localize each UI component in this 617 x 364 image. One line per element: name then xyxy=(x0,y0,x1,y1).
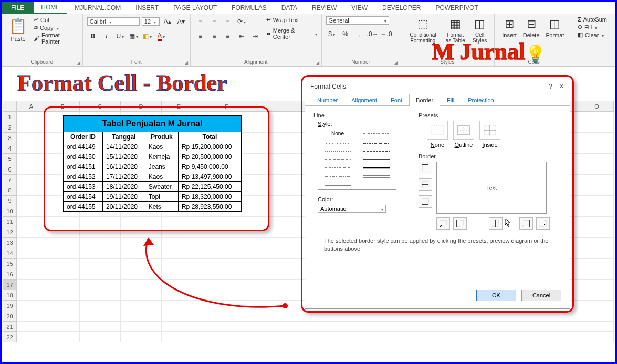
paste-button[interactable]: 📋 Paste xyxy=(6,16,30,43)
preset-inside[interactable]: Inside xyxy=(479,121,500,148)
border-right-button[interactable] xyxy=(519,217,533,230)
number-launcher[interactable]: ◢ xyxy=(394,60,398,65)
align-left-icon[interactable]: ≡ xyxy=(195,31,206,41)
row-header[interactable]: 15 xyxy=(3,259,17,269)
border-button[interactable]: ▦ xyxy=(128,31,140,41)
decrease-font-icon[interactable]: A▾ xyxy=(175,16,187,27)
preset-none[interactable]: None xyxy=(427,121,448,148)
merge-center-button[interactable]: ⬌Merge & Center xyxy=(266,27,317,40)
underline-button[interactable]: U xyxy=(114,31,126,41)
col-header[interactable]: O xyxy=(580,101,614,111)
line-style-list[interactable]: None xyxy=(318,127,396,190)
fill-button[interactable]: ⊕ Fill xyxy=(578,24,597,30)
close-icon[interactable]: ✕ xyxy=(559,82,564,90)
row-header[interactable]: 21 xyxy=(3,322,17,332)
delete-cells-button[interactable]: ⊟Delete xyxy=(520,16,543,39)
cell-styles-button[interactable]: ◫Cell Styles xyxy=(469,16,490,45)
bold-button[interactable]: B xyxy=(87,31,99,41)
row-header[interactable]: 11 xyxy=(3,217,17,227)
dialog-tab-font[interactable]: Font xyxy=(384,94,409,106)
border-top-button[interactable] xyxy=(419,162,432,174)
dialog-tab-fill[interactable]: Fill xyxy=(440,94,461,106)
tab-insert[interactable]: INSERT xyxy=(128,2,166,14)
tab-formulas[interactable]: FORMULAS xyxy=(224,2,274,14)
comma-format-icon[interactable]: , xyxy=(353,29,365,39)
indent-increase-icon[interactable]: ⇥ xyxy=(249,31,261,41)
border-bottom-button[interactable] xyxy=(419,195,432,208)
row-header[interactable]: 2 xyxy=(3,122,17,133)
tab-developer[interactable]: DEVELOPER xyxy=(375,2,428,14)
font-launcher[interactable]: ◢ xyxy=(185,60,188,65)
row-header[interactable]: 16 xyxy=(3,269,17,280)
dialog-tab-number[interactable]: Number xyxy=(310,94,344,106)
row-header[interactable]: 13 xyxy=(3,238,17,248)
row-header[interactable]: 10 xyxy=(3,206,17,217)
row-header[interactable]: 8 xyxy=(3,185,17,196)
tab-view[interactable]: VIEW xyxy=(344,2,375,14)
increase-decimal-icon[interactable]: .0→ xyxy=(367,29,379,39)
help-icon[interactable]: ? xyxy=(549,82,552,90)
format-as-table-button[interactable]: ▦Format as Table xyxy=(442,16,469,45)
border-diag-up-button[interactable] xyxy=(436,217,450,230)
row-header[interactable]: 4 xyxy=(3,143,17,154)
align-right-icon[interactable]: ≡ xyxy=(222,31,234,41)
preset-outline[interactable]: Outline xyxy=(453,121,474,148)
percent-format-icon[interactable]: % xyxy=(340,29,351,39)
row-header[interactable]: 1 xyxy=(3,112,17,122)
tab-file[interactable]: FILE xyxy=(2,2,34,14)
row-header[interactable]: 18 xyxy=(3,290,17,301)
row-header[interactable]: 22 xyxy=(3,332,17,342)
fill-color-button[interactable]: ◧ xyxy=(142,31,153,41)
dialog-tab-alignment[interactable]: Alignment xyxy=(344,94,384,106)
wrap-text-button[interactable]: ↩Wrap Text xyxy=(266,16,317,23)
border-preview[interactable]: Text xyxy=(436,162,547,214)
tab-pagelayout[interactable]: PAGE LAYOUT xyxy=(166,2,224,14)
tab-powerpivot[interactable]: POWERPIVOT xyxy=(428,2,485,14)
decrease-decimal-icon[interactable]: ←.0 xyxy=(381,29,392,39)
font-size-select[interactable]: 12 xyxy=(142,17,160,26)
cancel-button[interactable]: Cancel xyxy=(521,290,561,301)
indent-decrease-icon[interactable]: ⇤ xyxy=(236,31,247,41)
align-top-icon[interactable]: ≡ xyxy=(195,16,206,27)
col-header[interactable]: A xyxy=(17,101,46,111)
increase-font-icon[interactable]: A▴ xyxy=(162,16,173,27)
conditional-formatting-button[interactable]: ⬚Conditional Formatting xyxy=(404,16,441,45)
border-color-select[interactable]: Automatic xyxy=(318,205,386,213)
copy-button[interactable]: ⧉Copy xyxy=(34,24,78,31)
border-left-button[interactable] xyxy=(453,217,467,230)
cut-button[interactable]: ✂Cut xyxy=(34,16,78,23)
clear-button[interactable]: ◧ Clear xyxy=(578,31,604,38)
row-header[interactable]: 20 xyxy=(3,311,17,322)
accounting-format-icon[interactable]: $ xyxy=(326,29,338,39)
row-header[interactable]: 5 xyxy=(3,154,17,164)
row-header[interactable]: 9 xyxy=(3,196,17,206)
dialog-tab-protection[interactable]: Protection xyxy=(461,94,501,106)
border-middle-v-button[interactable] xyxy=(489,217,503,230)
align-bottom-icon[interactable]: ≡ xyxy=(222,16,234,27)
clipboard-launcher[interactable]: ◢ xyxy=(77,60,80,65)
dialog-tab-border[interactable]: Border xyxy=(409,94,440,106)
border-middle-h-button[interactable] xyxy=(419,178,432,191)
row-header[interactable]: 6 xyxy=(3,164,17,175)
italic-button[interactable]: I xyxy=(101,31,112,41)
orientation-icon[interactable]: ⟳ xyxy=(236,16,247,27)
font-name-select[interactable]: Calibri xyxy=(87,17,140,26)
row-header[interactable]: 7 xyxy=(3,175,17,185)
align-middle-icon[interactable]: ≡ xyxy=(208,16,220,27)
alignment-launcher[interactable]: ◢ xyxy=(316,60,319,65)
autosum-button[interactable]: Σ AutoSum xyxy=(578,16,607,23)
format-painter-button[interactable]: 🖌Format Painter xyxy=(34,32,78,45)
tab-data[interactable]: DATA xyxy=(274,2,305,14)
number-format-select[interactable]: General xyxy=(326,16,389,25)
row-header[interactable]: 12 xyxy=(3,227,17,238)
tab-mjurnalcom[interactable]: MJURNAL.COM xyxy=(67,2,128,14)
tab-review[interactable]: REVIEW xyxy=(305,2,344,14)
align-center-icon[interactable]: ≡ xyxy=(208,31,220,41)
row-header[interactable]: 19 xyxy=(3,301,17,311)
font-color-button[interactable]: A xyxy=(155,31,167,41)
row-header[interactable]: 17 xyxy=(3,280,17,290)
row-header[interactable]: 3 xyxy=(3,133,17,143)
tab-home[interactable]: HOME xyxy=(34,2,67,14)
format-cells-button[interactable]: ◫Format xyxy=(543,16,568,39)
row-header[interactable]: 14 xyxy=(3,248,17,259)
